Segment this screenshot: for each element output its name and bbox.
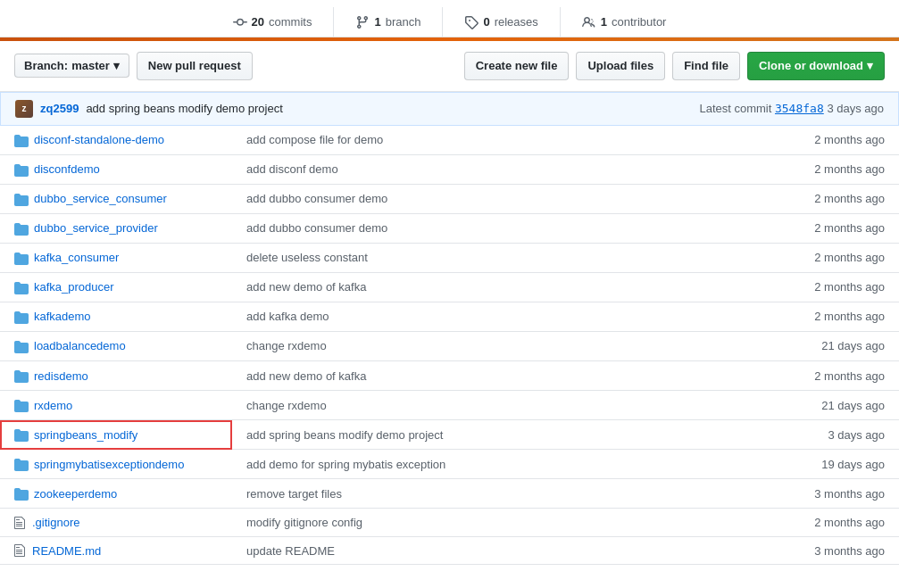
file-name: disconfdemo (34, 162, 100, 176)
file-time: 2 months ago (697, 154, 899, 184)
file-name: kafka_producer (34, 280, 114, 294)
file-time: 2 months ago (697, 272, 899, 302)
file-name-cell: redisdemo (0, 361, 232, 391)
folder-icon (14, 368, 29, 384)
file-time: 19 days ago (697, 450, 899, 479)
upload-files-button[interactable]: Upload files (576, 52, 665, 80)
contributor-count: 1 (601, 15, 607, 29)
commits-stat[interactable]: 20 commits (212, 7, 335, 37)
file-name-cell: kafka_consumer (0, 243, 232, 272)
file-time: 2 months ago (697, 361, 899, 391)
file-time: 3 months ago (697, 479, 899, 509)
file-description: add dubbo consumer demo (232, 213, 697, 243)
commits-label: commits (269, 15, 312, 29)
file-name-cell: .gitignore (0, 509, 232, 537)
folder-icon (14, 309, 29, 325)
file-name: kafkademo (34, 310, 91, 323)
file-link[interactable]: .gitignore (14, 515, 218, 530)
folder-icon (14, 338, 29, 354)
toolbar: Branch: master ▾ New pull request Create… (0, 41, 899, 92)
file-name: dubbo_service_consumer (34, 192, 167, 205)
file-name-cell: disconfdemo (0, 154, 232, 184)
committer-username[interactable]: zq2599 (40, 102, 79, 115)
file-description: add demo for spring mybatis exception (232, 450, 697, 479)
file-table: disconf-standalone-demo add compose file… (0, 126, 899, 566)
branch-selector[interactable]: Branch: master ▾ (14, 54, 129, 78)
contributor-stat[interactable]: 1 contributor (561, 7, 688, 37)
file-link[interactable]: redisdemo (14, 368, 218, 384)
file-name-cell: loadbalancedemo (0, 331, 232, 360)
table-row: springmybatisexceptiondemo add demo for … (0, 450, 899, 479)
file-description: change rxdemo (232, 331, 697, 360)
file-name: dubbo_service_provider (34, 221, 158, 235)
create-new-file-button[interactable]: Create new file (464, 52, 570, 80)
new-pull-request-button[interactable]: New pull request (137, 52, 253, 80)
avatar: z (15, 100, 33, 118)
file-description: add new demo of kafka (232, 272, 697, 302)
file-link[interactable]: zookeeperdemo (14, 485, 218, 501)
find-file-button[interactable]: Find file (672, 52, 740, 80)
file-name: disconf-standalone-demo (34, 133, 164, 146)
file-name-cell: README.md (0, 536, 232, 565)
file-time: 21 days ago (697, 391, 899, 420)
file-name-cell: kafka_producer (0, 272, 232, 302)
file-description: add new demo of kafka (232, 361, 697, 391)
file-link[interactable]: kafkademo (14, 309, 218, 325)
branch-name: master (71, 59, 110, 72)
file-time: 2 months ago (697, 302, 899, 331)
file-link[interactable]: springmybatisexceptiondemo (14, 456, 218, 472)
file-time: 2 months ago (697, 243, 899, 272)
file-name: redisdemo (34, 369, 88, 383)
folder-icon (14, 132, 29, 148)
table-row: dubbo_service_consumer add dubbo consume… (0, 184, 899, 213)
file-link[interactable]: disconfdemo (14, 161, 218, 178)
file-link[interactable]: disconf-standalone-demo (14, 132, 218, 148)
folder-icon (14, 397, 29, 413)
latest-commit-label: Latest commit (699, 102, 771, 115)
file-description: add spring beans modify demo project (232, 420, 697, 450)
folder-icon (14, 427, 29, 443)
file-name-cell: springmybatisexceptiondemo (0, 450, 232, 479)
file-name-cell: rxdemo (0, 391, 232, 420)
folder-icon (14, 220, 29, 236)
file-name: kafka_consumer (34, 251, 119, 264)
file-description: update README (232, 536, 697, 565)
file-description: add compose file for demo (232, 126, 697, 155)
file-link[interactable]: rxdemo (14, 397, 218, 413)
clone-download-button[interactable]: Clone or download ▾ (747, 52, 885, 80)
file-time: 21 days ago (697, 331, 899, 360)
commit-time: 3 days ago (827, 102, 884, 115)
branch-label: Branch: (24, 59, 68, 72)
file-link[interactable]: springbeans_modify (14, 427, 218, 443)
file-name: .gitignore (32, 516, 79, 529)
commit-message: add spring beans modify demo project (86, 102, 282, 115)
stats-bar: 20 commits 1 branch 0 releases (0, 0, 899, 37)
file-name: loadbalancedemo (34, 339, 126, 352)
file-link[interactable]: README.md (14, 543, 218, 559)
folder-icon (14, 485, 29, 501)
clone-download-label: Clone or download (759, 58, 863, 74)
branch-stat[interactable]: 1 branch (334, 7, 443, 37)
file-link[interactable]: dubbo_service_provider (14, 220, 218, 236)
branch-count: 1 (374, 15, 380, 29)
file-time: 2 months ago (697, 213, 899, 243)
folder-icon (14, 250, 29, 266)
file-name: rxdemo (34, 399, 72, 412)
file-name-cell: zookeeperdemo (0, 479, 232, 509)
table-row: redisdemo add new demo of kafka 2 months… (0, 361, 899, 391)
file-link[interactable]: loadbalancedemo (14, 338, 218, 354)
commit-hash[interactable]: 3548fa8 (775, 102, 824, 115)
releases-count: 0 (483, 15, 489, 29)
avatar-image: z (15, 100, 33, 118)
table-row: README.md update README 3 months ago (0, 536, 899, 565)
table-row: disconf-standalone-demo add compose file… (0, 126, 899, 155)
table-row: kafka_producer add new demo of kafka 2 m… (0, 272, 899, 302)
file-name-cell: kafkademo (0, 302, 232, 331)
file-link[interactable]: kafka_producer (14, 279, 218, 295)
file-link[interactable]: dubbo_service_consumer (14, 191, 218, 207)
table-row: springbeans_modify add spring beans modi… (0, 420, 899, 450)
releases-stat[interactable]: 0 releases (443, 7, 560, 37)
file-icon (14, 515, 27, 530)
file-link[interactable]: kafka_consumer (14, 250, 218, 266)
branch-icon (355, 14, 370, 29)
